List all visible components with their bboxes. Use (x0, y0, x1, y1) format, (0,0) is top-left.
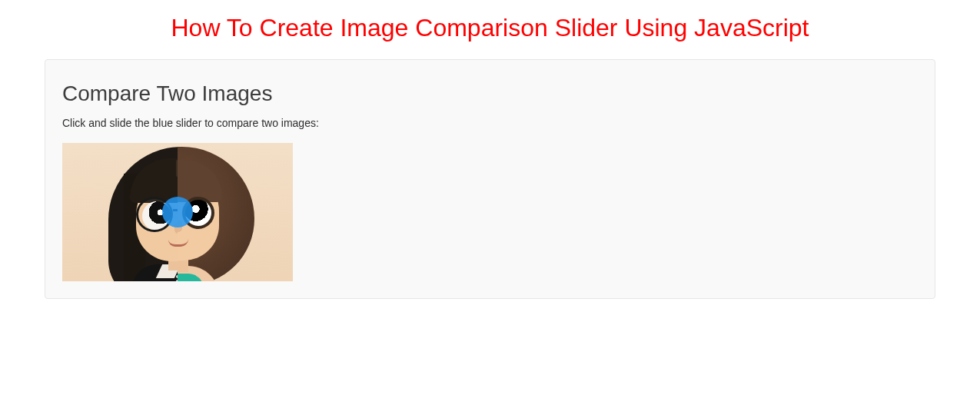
image-left-overlay (62, 143, 178, 281)
demo-panel: Compare Two Images Click and slide the b… (45, 59, 935, 299)
section-heading: Compare Two Images (62, 81, 918, 106)
instructions-text: Click and slide the blue slider to compa… (62, 117, 918, 129)
illustration-before (62, 143, 178, 281)
page-title: How To Create Image Comparison Slider Us… (0, 0, 980, 59)
comparison-slider-handle[interactable] (162, 197, 193, 227)
image-comparison-container (62, 143, 293, 281)
